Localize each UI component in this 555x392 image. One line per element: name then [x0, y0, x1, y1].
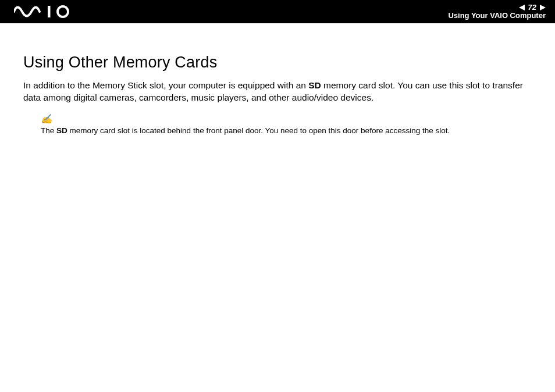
bold-sd: SD	[308, 80, 321, 90]
text-segment: In addition to the Memory Stick slot, yo…	[23, 80, 308, 90]
bold-sd: SD	[56, 126, 67, 135]
text-segment: memory card slot is located behind the f…	[67, 126, 450, 135]
prev-page-arrow-icon[interactable]	[519, 5, 525, 10]
text-segment: The	[41, 126, 56, 135]
page-header: 72 Using Your VAIO Computer	[0, 0, 555, 23]
page-number: 72	[528, 3, 536, 12]
svg-rect-0	[48, 6, 51, 17]
vaio-logo	[14, 0, 74, 23]
section-title: Using Your VAIO Computer	[448, 12, 546, 20]
intro-paragraph: In addition to the Memory Stick slot, yo…	[23, 80, 532, 104]
note-text: The SD memory card slot is located behin…	[41, 126, 532, 137]
header-right: 72 Using Your VAIO Computer	[448, 3, 546, 20]
next-page-arrow-icon[interactable]	[540, 5, 546, 10]
note-block: ✍ The SD memory card slot is located beh…	[41, 113, 532, 137]
svg-point-1	[58, 6, 68, 17]
note-icon: ✍	[41, 113, 52, 124]
page-title: Using Other Memory Cards	[23, 54, 532, 72]
page-content: Using Other Memory Cards In addition to …	[0, 23, 555, 137]
page-navigator: 72	[448, 3, 546, 12]
